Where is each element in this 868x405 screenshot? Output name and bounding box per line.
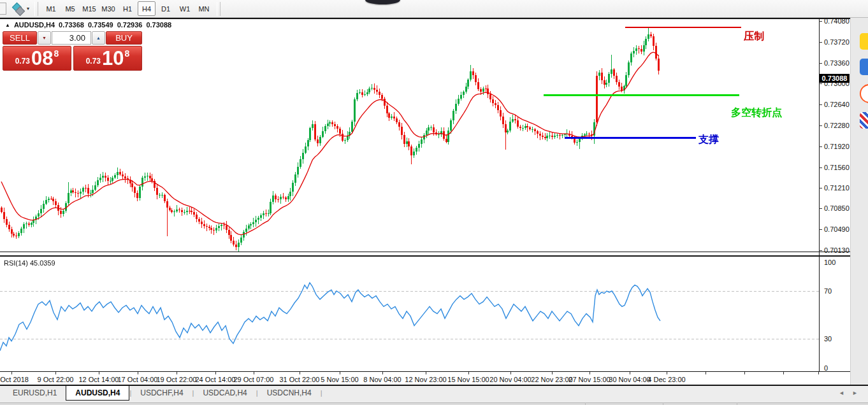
price-axis-tick	[819, 125, 822, 126]
tab-scroll-right-icon[interactable]: ►	[852, 390, 858, 396]
time-axis-label: 20 Nov 04:00	[489, 376, 531, 383]
bid-big-digits: 08	[31, 49, 53, 68]
rsi-top-border[interactable]	[0, 255, 850, 257]
chart-top-border	[0, 18, 850, 19]
price-axis-label: 0.73360	[824, 59, 850, 67]
time-axis-label: 5 Nov 15:00	[321, 376, 358, 383]
chevron-down-icon[interactable]: ▾	[27, 6, 29, 11]
time-axis-tick	[138, 372, 138, 374]
price-axis-label: 0.70130	[824, 246, 850, 254]
time-axis-label: 29 Oct 07:00	[234, 376, 274, 383]
price-axis-tick	[819, 250, 822, 251]
bid-prefix: 0.73	[15, 57, 30, 66]
time-axis-label: 31 Oct 22:00	[280, 376, 320, 383]
timeframe-button-m1[interactable]: M1	[42, 1, 60, 16]
time-axis-tick	[705, 372, 706, 374]
redblue-app-icon[interactable]	[860, 112, 868, 129]
time-axis-label: 19 Oct 22:00	[157, 376, 197, 383]
volume-decrease-button[interactable]: ▼	[38, 31, 51, 45]
tab-usdcnh-h4[interactable]: USDCNH,H4	[258, 386, 321, 399]
time-axis-tick	[300, 372, 300, 374]
price-axis-tick	[819, 229, 822, 230]
time-axis-tick	[382, 372, 383, 374]
support-label[interactable]: 支撑	[698, 133, 719, 146]
timeframe-button-d1[interactable]: D1	[157, 1, 175, 16]
time-axis-label: 9 Oct 22:00	[38, 376, 74, 383]
tab-usdchf-h4[interactable]: USDCHF,H4	[131, 386, 192, 399]
tab-scroll-left-icon[interactable]: ◄	[839, 390, 844, 396]
time-axis-label: 5 Oct 2018	[0, 376, 29, 383]
rsi-value-label: RSI(14) 45.0359	[4, 259, 55, 267]
price-axis-label: 0.70850	[824, 204, 850, 212]
time-axis-tick	[55, 372, 56, 374]
tab-separator: |	[321, 386, 322, 399]
sell-button[interactable]: SELL	[3, 31, 37, 45]
quote-bar: ▲ AUDUSD,H4 0.73368 0.73549 0.72936 0.73…	[5, 21, 171, 29]
yellow-app-icon[interactable]	[860, 33, 868, 50]
tab-audusd-h4[interactable]: AUDUSD,H4	[66, 386, 129, 401]
chart-tab-bar: EURUSD,H1AUDUSD,H4|USDCHF,H4|USDCAD,H4|U…	[0, 386, 868, 402]
ask-pip-digit: 8	[125, 48, 130, 59]
price-axis-tick	[819, 146, 822, 147]
symbol-period-label: AUDUSD,H4	[14, 21, 55, 29]
collapse-arrow-icon[interactable]: ▲	[5, 22, 10, 28]
price-axis-tick	[819, 167, 822, 168]
one-click-trading-widget: SELL ▼ 3.00 ▲ BUY 0.73 08 8 0.73 10 8	[3, 31, 142, 71]
timeframe-button-h1[interactable]: H1	[119, 1, 136, 16]
time-axis-label: 17 Oct 04:00	[118, 376, 158, 383]
tab-eurusd-h1[interactable]: EURUSD,H1	[4, 386, 66, 399]
pivot-label[interactable]: 多空转折点	[731, 106, 782, 120]
time-axis-label: 15 Nov 15:00	[447, 376, 489, 383]
price-axis-tick	[819, 42, 822, 43]
timeframe-button-m30[interactable]: M30	[99, 1, 117, 16]
ask-big-digits: 10	[102, 49, 124, 68]
price-axis-label: 0.73720	[824, 38, 850, 46]
tab-usdcad-h4[interactable]: USDCAD,H4	[194, 386, 256, 399]
time-axis-tick	[11, 372, 12, 374]
time-axis-label: 24 Oct 14:00	[196, 376, 236, 383]
time-axis-label: 12 Oct 14:00	[79, 376, 119, 383]
time-axis-label: 8 Nov 04:00	[363, 376, 401, 383]
status-strip	[0, 402, 868, 405]
toolbar-separator	[34, 2, 38, 16]
resistance-label[interactable]: 压制	[744, 30, 764, 43]
time-axis-tick	[552, 372, 553, 374]
time-axis-label: 12 Nov 23:00	[405, 376, 446, 383]
orange-app-icon[interactable]	[860, 84, 868, 103]
chart-bottom-border	[0, 252, 850, 252]
bid-pip-digit: 8	[54, 48, 59, 59]
price-axis-label: 0.72640	[824, 101, 850, 108]
price-axis-border	[819, 18, 820, 372]
rsi-indicator-chart[interactable]	[0, 257, 819, 371]
timeframe-button-mn[interactable]: MN	[195, 1, 213, 16]
new-order-icon[interactable]	[11, 3, 25, 15]
rsi-axis-label: 0	[824, 364, 828, 372]
price-axis-tick	[819, 63, 822, 64]
bid-price-panel[interactable]: 0.73 08 8	[3, 46, 71, 71]
timeframe-button-w1[interactable]: W1	[176, 1, 194, 16]
timeframe-button-m15[interactable]: M15	[80, 1, 98, 16]
price-axis-label: 0.71920	[824, 143, 850, 150]
timeframe-button-h4[interactable]: H4	[138, 1, 156, 16]
rsi-axis-label: 70	[824, 287, 832, 295]
price-axis-label: 0.71210	[824, 184, 850, 192]
rsi-bottom-border	[0, 371, 850, 372]
price-axis-label: 0.71560	[824, 164, 850, 171]
quote-close: 0.73088	[146, 21, 171, 29]
blue-app-icon[interactable]	[860, 59, 868, 75]
buy-button[interactable]: BUY	[106, 31, 142, 45]
volume-input[interactable]: 3.00	[52, 31, 91, 45]
time-axis-tick	[468, 372, 469, 374]
timeframe-button-m5[interactable]: M5	[61, 1, 79, 16]
toolbar-separator	[217, 2, 221, 16]
price-axis-label: 0.70490	[824, 225, 850, 233]
time-axis-tick	[667, 372, 667, 374]
clipped-tool-icon[interactable]	[0, 3, 6, 15]
ask-price-panel[interactable]: 0.73 10 8	[73, 46, 142, 71]
rsi-axis-label: 30	[824, 335, 832, 343]
time-axis-tick	[510, 372, 511, 374]
price-axis-tick	[819, 208, 822, 209]
quote-high: 0.73549	[88, 21, 113, 29]
volume-increase-button[interactable]: ▲	[92, 31, 105, 45]
price-axis-label: 0.72280	[824, 122, 850, 129]
